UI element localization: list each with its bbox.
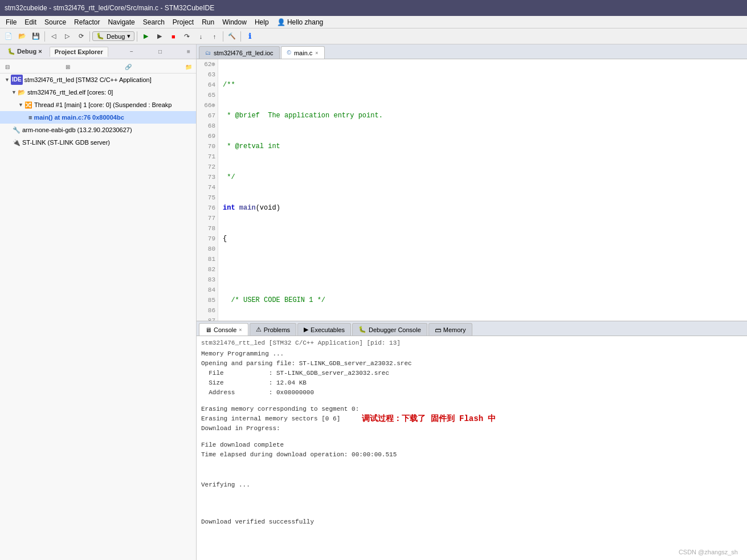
expand-all-icon[interactable]: ⊞: [63, 62, 73, 72]
new-folder-icon[interactable]: 📁: [183, 62, 194, 72]
ln-76: 76: [199, 203, 215, 213]
toolbar-forward[interactable]: ▷: [61, 30, 74, 43]
annotation-line: Erasing memory corresponding to segment …: [201, 404, 742, 414]
debugger-console-icon: 🐛: [358, 326, 366, 333]
debug-config[interactable]: 🐛 Debug ▾: [92, 31, 134, 41]
toolbar-sep5: [240, 31, 241, 42]
menu-refactor[interactable]: Refactor: [71, 17, 103, 27]
ln-68: 68: [199, 121, 215, 131]
tab-console-close[interactable]: ×: [239, 327, 242, 333]
ln-71: 71: [199, 152, 215, 162]
tab-main-c[interactable]: © main.c ×: [281, 46, 325, 59]
toolbar-debug-run[interactable]: ▶: [153, 30, 166, 43]
tab-problems[interactable]: ⚠ Problems: [250, 323, 296, 336]
collapse-icon[interactable]: ≡: [183, 47, 194, 57]
code-content[interactable]: 62⊕ 63 64 65 66⊕ 67 68 69 70 71 72 73 74…: [197, 59, 747, 321]
tree-thread-icon: 🔀: [25, 100, 32, 110]
debug-label-text: Debug: [107, 33, 125, 40]
link-editor-icon[interactable]: 🔗: [123, 62, 133, 72]
code-line-62: /**: [223, 80, 742, 90]
tree-main[interactable]: ≡ main() at main.c:76 0x80004bc: [0, 111, 196, 124]
right-panel: 🗂 stm32l476_rtt_led.ioc © main.c × 62⊕ 6…: [197, 44, 747, 560]
console-content[interactable]: stm32l476_rtt_led [STM32 C/C++ Applicati…: [197, 336, 747, 560]
menu-search[interactable]: Search: [140, 17, 168, 27]
toolbar-step-return[interactable]: ↑: [208, 30, 221, 43]
toolbar-save[interactable]: 💾: [30, 30, 42, 43]
toolbar-stop[interactable]: ■: [167, 30, 179, 43]
tree-root[interactable]: ▼ IDE stm32l476_rtt_led [STM32 C/C++ App…: [0, 73, 196, 86]
menu-help[interactable]: Help: [251, 17, 272, 27]
toolbar-run[interactable]: ▶: [140, 30, 152, 43]
problems-icon: ⚠: [256, 326, 262, 333]
memory-icon: 🗃: [435, 326, 441, 333]
tree-stlink[interactable]: 🔌 ST-LINK (ST-LINK GDB server): [0, 136, 196, 149]
tab-memory-label: Memory: [443, 326, 466, 333]
console-line-8: Download in Progress:: [201, 424, 742, 434]
tab-ioc[interactable]: 🗂 stm32l476_rtt_led.ioc: [199, 46, 280, 59]
menu-file[interactable]: File: [2, 17, 20, 27]
tree-main-icon: ≡: [28, 112, 32, 122]
collapse-all-icon[interactable]: ⊟: [2, 62, 13, 72]
minimize-left-panel[interactable]: −: [126, 47, 137, 57]
ln-83: 83: [199, 275, 215, 285]
debug-tab[interactable]: 🐛 Debug ×: [2, 46, 47, 57]
toolbar-open[interactable]: 📂: [16, 30, 28, 43]
console-line-4: Size : 12.04 KB: [201, 378, 742, 388]
tree-thread[interactable]: ▼ 🔀 Thread #1 [main] 1 [core: 0] (Suspen…: [0, 99, 196, 111]
ln-69: 69: [199, 131, 215, 141]
tree-elf[interactable]: ▼ 📂 stm32l476_rtt_led.elf [cores: 0]: [0, 86, 196, 99]
bottom-tabs: 🖥 Console × ⚠ Problems ▶ Executables 🐛: [197, 321, 747, 336]
toolbar-step-over[interactable]: ↷: [181, 30, 193, 43]
tab-main-c-close[interactable]: ×: [315, 50, 318, 56]
tab-executables[interactable]: ▶ Executables: [297, 323, 351, 336]
toolbar-new[interactable]: 📄: [2, 30, 15, 43]
ln-73: 73: [199, 172, 215, 182]
left-panel-header: 🐛 Debug × Project Explorer − □ ≡: [0, 44, 196, 59]
toolbar-step-into[interactable]: ↓: [194, 30, 207, 43]
tree-stlink-icon: 🔌: [13, 137, 21, 148]
ln-66: 66⊕: [199, 100, 215, 111]
code-line-63: * @brief The application entry point.: [223, 111, 742, 121]
ln-85: 85: [199, 295, 215, 305]
tree-elf-label: stm32l476_rtt_led.elf [cores: 0]: [27, 87, 113, 97]
ln-77: 77: [199, 213, 215, 223]
menu-navigate[interactable]: Navigate: [104, 17, 138, 27]
c-file-icon: ©: [287, 50, 291, 56]
menu-window[interactable]: Window: [219, 17, 250, 27]
maximize-left-panel[interactable]: □: [155, 47, 165, 57]
tab-console[interactable]: 🖥 Console ×: [199, 323, 248, 336]
debug-icon: 🐛: [96, 32, 104, 40]
menu-project[interactable]: Project: [169, 17, 197, 27]
tree-main-label: main() at main.c:76 0x80004bc: [34, 112, 124, 122]
tab-executables-label: Executables: [311, 326, 345, 333]
menu-run[interactable]: Run: [198, 17, 218, 27]
menu-user[interactable]: 👤 Hello zhang: [274, 17, 327, 27]
ioc-icon: 🗂: [205, 50, 211, 56]
console-line-2: Opening and parsing file: ST-LINK_GDB_se…: [201, 359, 742, 369]
ln-82: 82: [199, 264, 215, 275]
console-line-12: Download verified successfully: [201, 517, 742, 527]
console-line-9: File download complete: [201, 440, 742, 450]
tree-gdb[interactable]: 🔧 arm-none-eabi-gdb (13.2.90.20230627): [0, 124, 196, 136]
menu-edit[interactable]: Edit: [21, 17, 40, 27]
menu-bar: File Edit Source Refactor Navigate Searc…: [0, 16, 747, 28]
tree-root-arrow: ▼: [5, 75, 10, 85]
tab-debugger-console[interactable]: 🐛 Debugger Console: [352, 323, 427, 336]
code-body[interactable]: /** * @brief The application entry point…: [218, 59, 747, 321]
left-panel: 🐛 Debug × Project Explorer − □ ≡ ⊟ ⊞ 🔗 📁…: [0, 44, 197, 560]
toolbar-info[interactable]: ℹ: [243, 30, 256, 43]
menu-source[interactable]: Source: [41, 17, 70, 27]
toolbar-refresh[interactable]: ⟳: [75, 30, 87, 43]
tab-main-c-label: main.c: [294, 50, 312, 56]
toolbar-build[interactable]: 🔨: [226, 30, 238, 43]
ln-80: 80: [199, 244, 215, 254]
toolbar: 📄 📂 💾 ◁ ▷ ⟳ 🐛 Debug ▾ ▶ ▶ ■ ↷ ↓ ↑ 🔨 ℹ: [0, 28, 747, 44]
ln-62: 62⊕: [199, 59, 215, 70]
project-explorer-tab[interactable]: Project Explorer: [50, 47, 108, 57]
tab-memory[interactable]: 🗃 Memory: [428, 323, 472, 336]
tree-gdb-label: arm-none-eabi-gdb (13.2.90.20230627): [22, 125, 132, 135]
code-editor: 62⊕ 63 64 65 66⊕ 67 68 69 70 71 72 73 74…: [197, 59, 747, 321]
ln-79: 79: [199, 234, 215, 244]
ln-65: 65: [199, 90, 215, 100]
toolbar-back[interactable]: ◁: [47, 30, 60, 43]
